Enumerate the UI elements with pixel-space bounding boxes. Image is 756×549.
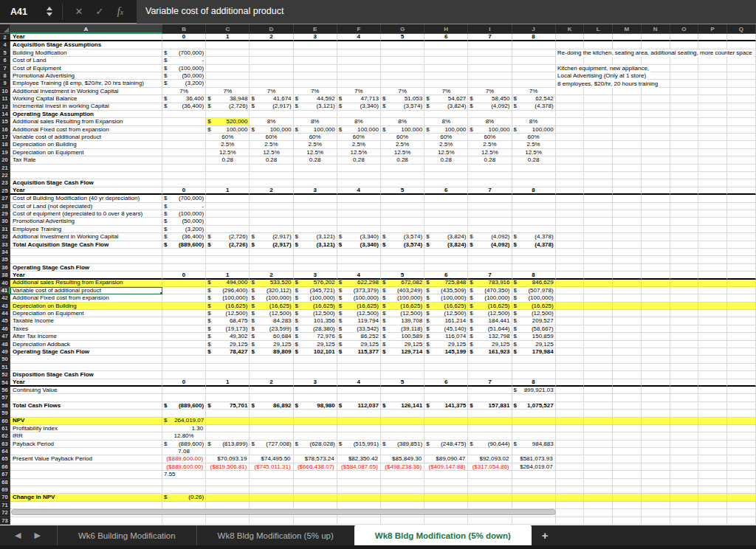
cell-L51[interactable] xyxy=(584,364,613,371)
cell-G20[interactable]: 0.28 xyxy=(381,156,425,164)
cell-A44[interactable]: Depreciation on Equipment xyxy=(10,310,162,317)
cell-K57[interactable] xyxy=(556,394,585,401)
cell-D10[interactable]: 7% xyxy=(250,88,293,95)
cell-B54[interactable]: 0 xyxy=(162,379,206,387)
cell-C7[interactable] xyxy=(206,65,250,72)
cell-C59[interactable] xyxy=(206,410,250,417)
cell-F49[interactable]: $115,377 xyxy=(337,348,381,356)
cell-D7[interactable] xyxy=(250,65,293,72)
cell-H38[interactable]: 6 xyxy=(425,272,468,279)
cell-L22[interactable] xyxy=(584,172,613,179)
cell-E67[interactable] xyxy=(294,471,337,478)
column-header-C[interactable]: C xyxy=(206,24,250,34)
cell-O8[interactable] xyxy=(670,72,699,80)
cell-Q41[interactable] xyxy=(727,287,756,294)
cell-J64[interactable] xyxy=(512,448,556,455)
cell-Q59[interactable] xyxy=(727,410,756,417)
cell-D18[interactable]: 2.5% xyxy=(250,141,293,148)
cell-P67[interactable] xyxy=(698,471,727,478)
cell-K65[interactable] xyxy=(556,455,585,463)
cell-H15[interactable]: 8% xyxy=(425,118,468,125)
cell-K73[interactable] xyxy=(556,517,585,525)
cell-B7[interactable]: $(100,000) xyxy=(162,65,206,72)
cell-P8[interactable] xyxy=(698,72,727,80)
cell-M61[interactable] xyxy=(613,425,642,432)
cell-H60[interactable] xyxy=(425,418,468,425)
cell-B56[interactable] xyxy=(162,387,206,394)
cell-C67[interactable] xyxy=(206,471,250,478)
cell-O9[interactable] xyxy=(670,80,699,87)
cell-F31[interactable] xyxy=(337,226,381,233)
column-header-E[interactable]: E xyxy=(294,24,337,34)
cell-Q62[interactable] xyxy=(727,432,756,440)
cell-G63[interactable]: $(389,851) xyxy=(381,441,425,448)
cell-J70[interactable] xyxy=(512,494,556,501)
cell-E66[interactable]: ($666,438.07) xyxy=(294,463,337,471)
row-header-15[interactable]: 15 xyxy=(0,118,10,125)
cell-E27[interactable] xyxy=(294,195,337,202)
cell-A47[interactable]: After Tax Income xyxy=(10,333,162,340)
cell-F47[interactable]: $86,252 xyxy=(337,333,381,340)
cell-F63[interactable]: $(515,991) xyxy=(337,441,381,448)
cell-K2[interactable] xyxy=(556,34,585,41)
cell-M14[interactable] xyxy=(613,111,642,118)
cell-O41[interactable] xyxy=(670,287,699,294)
cell-B11[interactable]: $36,400 xyxy=(162,95,206,103)
cell-H73[interactable] xyxy=(425,517,468,525)
cell-J46[interactable]: $(58,667) xyxy=(512,325,556,333)
cell-N31[interactable] xyxy=(642,226,670,233)
cell-J22[interactable] xyxy=(512,172,556,179)
row-header-29[interactable]: 29 xyxy=(0,210,10,218)
cell-K56[interactable] xyxy=(556,387,585,394)
cell-K58[interactable] xyxy=(556,402,585,410)
cell-L68[interactable] xyxy=(584,479,613,486)
cell-B25[interactable]: 0 xyxy=(162,187,206,195)
cell-M68[interactable] xyxy=(613,479,642,486)
cell-P20[interactable] xyxy=(698,156,727,164)
cell-L52[interactable] xyxy=(584,371,613,379)
column-header-Q[interactable]: Q xyxy=(727,24,756,34)
cell-E9[interactable] xyxy=(294,80,337,87)
sheet-tab-wk6-building-modification[interactable]: Wk6 Building Modification xyxy=(57,525,196,545)
cell-B15[interactable] xyxy=(162,118,206,125)
row-header-28[interactable]: 28 xyxy=(0,203,10,210)
cell-Q8[interactable] xyxy=(727,72,756,80)
cell-J35[interactable] xyxy=(512,256,556,263)
cell-C34[interactable] xyxy=(206,249,250,256)
row-header-40[interactable]: 40 xyxy=(0,280,10,287)
cell-M59[interactable] xyxy=(613,410,642,417)
row-header-5[interactable]: 5 xyxy=(0,49,10,57)
cell-J58[interactable]: $1,075,527 xyxy=(512,402,556,410)
cell-H68[interactable] xyxy=(425,479,468,486)
cell-N22[interactable] xyxy=(642,172,670,179)
cell-H14[interactable] xyxy=(425,111,468,118)
cell-E38[interactable]: 3 xyxy=(294,272,337,279)
cell-H71[interactable] xyxy=(425,502,468,509)
cell-B45[interactable] xyxy=(162,317,206,325)
cell-E17[interactable]: 60% xyxy=(294,134,337,141)
cell-Q19[interactable] xyxy=(727,149,756,156)
cell-P66[interactable] xyxy=(698,463,727,471)
cell-F52[interactable] xyxy=(337,371,381,379)
cell-D14[interactable] xyxy=(250,111,293,118)
cell-C45[interactable]: $68,475 xyxy=(206,317,250,325)
cell-J23[interactable] xyxy=(512,179,556,187)
cell-N41[interactable] xyxy=(642,287,670,294)
cell-O29[interactable] xyxy=(670,210,699,218)
cell-M45[interactable] xyxy=(613,317,642,325)
cell-F60[interactable] xyxy=(337,418,381,425)
cell-K23[interactable] xyxy=(556,179,585,187)
cell-E63[interactable]: $(628,028) xyxy=(294,441,337,448)
cell-B38[interactable]: 0 xyxy=(162,272,206,279)
cell-O52[interactable] xyxy=(670,371,699,379)
cell-D41[interactable]: $(320,112) xyxy=(250,287,293,294)
cell-H31[interactable] xyxy=(425,226,468,233)
cell-F9[interactable] xyxy=(337,80,381,87)
cell-B65[interactable]: ($889,600.00) xyxy=(162,455,206,463)
cell-P52[interactable] xyxy=(698,371,727,379)
cell-C48[interactable]: $29,125 xyxy=(206,341,250,348)
cell-E6[interactable] xyxy=(294,57,337,64)
row-header-19[interactable]: 19 xyxy=(0,149,10,156)
cell-L67[interactable] xyxy=(584,471,613,478)
row-header-47[interactable]: 47 xyxy=(0,333,10,340)
